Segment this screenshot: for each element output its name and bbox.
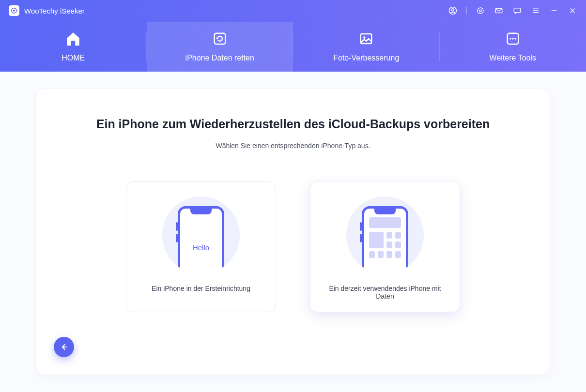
svg-point-1 (13, 10, 15, 12)
svg-point-20 (514, 38, 516, 40)
panel-subtitle: Wählen Sie einen entsprechenden iPhone-T… (216, 142, 370, 150)
nav-label: Weitere Tools (490, 54, 536, 62)
card-iphone-setup[interactable]: Hello Ein iPhone in der Ersteinrichtung (126, 181, 276, 312)
close-icon[interactable] (568, 6, 577, 15)
feedback-icon[interactable] (512, 6, 522, 15)
phone-illustration: Hello (178, 206, 224, 274)
card-iphone-inuse[interactable]: Ein derzeit verwendendes iPhone mit Date… (310, 181, 460, 312)
svg-rect-7 (514, 8, 521, 13)
app-window: WooTechy iSeeker (0, 0, 586, 392)
card-label: Ein iPhone in der Ersteinrichtung (152, 285, 250, 292)
main-panel: Ein iPhone zum Wiederherzustellen des iC… (36, 89, 550, 375)
nav-tab-home[interactable]: HOME (0, 22, 147, 72)
minimize-icon[interactable] (549, 6, 559, 15)
svg-point-16 (363, 37, 366, 39)
panel-title: Ein iPhone zum Wiederherzustellen des iC… (96, 117, 490, 131)
svg-point-18 (509, 38, 511, 40)
option-cards: Hello Ein iPhone in der Ersteinrichtung (126, 181, 460, 312)
mail-icon[interactable] (494, 6, 504, 15)
more-icon (505, 30, 521, 47)
svg-point-3 (452, 9, 454, 11)
main-nav: HOME iPhone Daten retten Foto-Verbesseru… (0, 22, 586, 72)
phone-hello-text: Hello (180, 243, 222, 252)
nav-label: Foto-Verbesserung (333, 54, 399, 62)
card-label: Ein derzeit verwendendes iPhone mit Date… (320, 285, 450, 300)
titlebar-controls (448, 6, 577, 15)
refresh-icon (212, 30, 228, 47)
settings-icon[interactable] (476, 6, 485, 15)
nav-label: HOME (62, 54, 85, 62)
app-title: WooTechy iSeeker (24, 7, 85, 15)
titlebar-left: WooTechy iSeeker (9, 5, 85, 16)
svg-point-4 (478, 8, 483, 14)
phone-illustration (362, 206, 408, 274)
illustration-setup: Hello (162, 196, 240, 274)
svg-rect-14 (215, 33, 226, 45)
arrow-left-icon (59, 342, 69, 352)
back-button[interactable] (54, 337, 74, 357)
phone-apps-grid (369, 217, 401, 274)
nav-label: iPhone Daten retten (185, 54, 254, 62)
account-icon[interactable] (448, 6, 458, 15)
titlebar: WooTechy iSeeker (0, 0, 586, 22)
nav-tab-recover[interactable]: iPhone Daten retten (147, 22, 293, 72)
app-logo (9, 5, 19, 16)
nav-tab-photo[interactable]: Foto-Verbesserung (293, 22, 440, 72)
content-area: Ein iPhone zum Wiederherzustellen des iC… (0, 72, 586, 392)
svg-point-5 (479, 10, 481, 12)
nav-tab-more[interactable]: Weitere Tools (440, 22, 586, 72)
image-icon (358, 30, 374, 47)
illustration-inuse (346, 196, 424, 274)
home-icon (65, 30, 81, 47)
separator (466, 7, 467, 15)
svg-point-19 (512, 38, 514, 40)
menu-icon[interactable] (531, 6, 540, 15)
